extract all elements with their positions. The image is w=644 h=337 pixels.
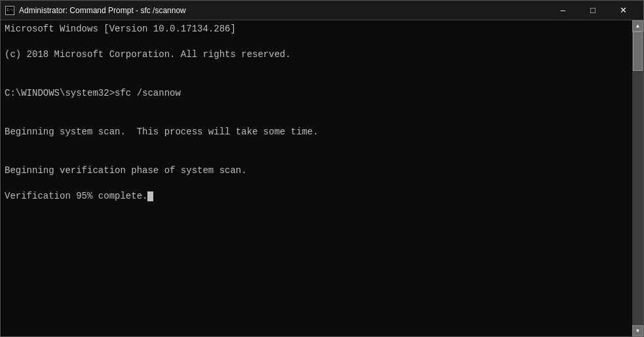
terminal-line: Verification 95% complete.	[5, 190, 630, 203]
terminal-line: Microsoft Windows [Version 10.0.17134.28…	[5, 23, 630, 36]
scroll-down-button[interactable]: ▼	[632, 325, 643, 336]
terminal-line: Beginning verification phase of system s…	[5, 165, 630, 178]
scroll-up-button[interactable]: ▲	[632, 20, 643, 31]
cursor	[147, 191, 153, 201]
app-icon	[5, 5, 15, 16]
command-prompt-window: Administrator: Command Prompt - sfc /sca…	[0, 0, 644, 337]
minimize-button[interactable]: –	[548, 1, 578, 20]
window-title: Administrator: Command Prompt - sfc /sca…	[19, 6, 186, 15]
maximize-button[interactable]: □	[578, 1, 608, 20]
scrollbar-track[interactable]	[632, 31, 643, 325]
terminal-line: C:\WINDOWS\system32>sfc /scannow	[5, 87, 630, 100]
window-body: Microsoft Windows [Version 10.0.17134.28…	[1, 20, 643, 336]
terminal-line: Beginning system scan. This process will…	[5, 126, 630, 139]
scrollbar[interactable]: ▲ ▼	[632, 20, 643, 336]
title-bar: Administrator: Command Prompt - sfc /sca…	[1, 1, 643, 20]
terminal-output[interactable]: Microsoft Windows [Version 10.0.17134.28…	[1, 20, 632, 336]
close-button[interactable]: ✕	[608, 1, 638, 20]
window-controls: – □ ✕	[548, 1, 638, 20]
terminal-line: (c) 2018 Microsoft Corporation. All righ…	[5, 49, 630, 62]
title-bar-left: Administrator: Command Prompt - sfc /sca…	[5, 5, 186, 16]
cmd-icon-graphic	[5, 6, 14, 15]
scrollbar-thumb[interactable]	[633, 31, 643, 71]
